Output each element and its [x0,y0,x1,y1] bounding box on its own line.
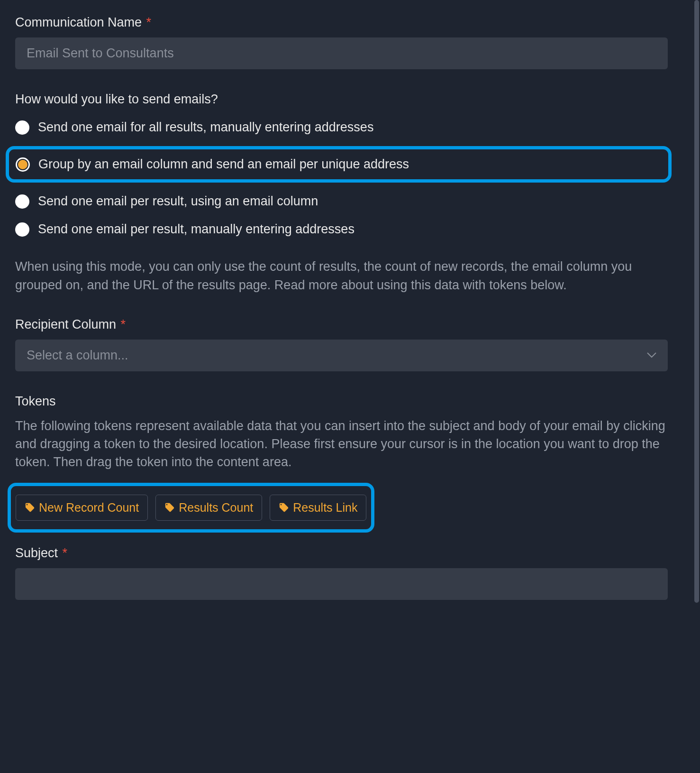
communication-name-label: Communication Name * [15,15,668,30]
send-mode-radio-group: Send one email for all results, manually… [15,118,668,239]
radio-icon [15,120,29,135]
tag-icon [279,502,289,513]
radio-icon [15,194,29,209]
radio-label: Send one email for all results, manually… [38,120,373,135]
recipient-column-select[interactable]: Select a column... [15,340,668,371]
radio-icon [16,157,30,172]
token-results-count[interactable]: Results Count [155,495,262,521]
radio-option-per-result-manual[interactable]: Send one email per result, manually ente… [15,220,668,239]
token-new-record-count[interactable]: New Record Count [16,495,148,521]
radio-icon [15,222,29,237]
tokens-description: The following tokens represent available… [15,417,668,471]
required-asterisk: * [59,546,67,560]
radio-option-all-results[interactable]: Send one email for all results, manually… [15,118,668,137]
scrollbar-thumb[interactable] [694,0,699,603]
token-results-link[interactable]: Results Link [270,495,366,521]
token-label: Results Link [293,501,357,515]
token-label: New Record Count [39,501,139,515]
recipient-column-label: Recipient Column * [15,317,668,332]
radio-label: Send one email per result, manually ente… [38,222,355,237]
send-mode-help-text: When using this mode, you can only use t… [15,258,668,294]
radio-label: Send one email per result, using an emai… [38,194,318,209]
tokens-row: New Record Count Results Count Results L… [8,483,374,533]
radio-label: Group by an email column and send an ema… [38,157,409,172]
subject-input[interactable] [15,568,668,600]
required-asterisk: * [143,15,151,29]
required-asterisk: * [117,317,126,331]
tag-icon [25,502,35,513]
subject-label: Subject * [15,546,668,561]
communication-name-input[interactable] [15,37,668,69]
send-mode-question: How would you like to send emails? [15,92,668,107]
token-label: Results Count [179,501,253,515]
vertical-scrollbar[interactable] [693,0,700,773]
radio-option-group-by-column[interactable]: Group by an email column and send an ema… [6,146,672,183]
tag-icon [164,502,175,513]
radio-option-per-result-column[interactable]: Send one email per result, using an emai… [15,192,668,211]
tokens-title: Tokens [15,394,668,409]
